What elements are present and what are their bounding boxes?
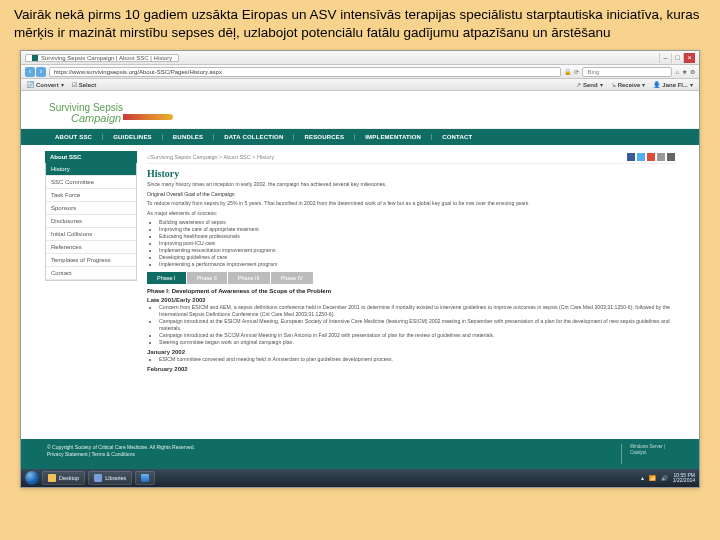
- sidebar-item[interactable]: Initial Collisions: [46, 228, 136, 241]
- browser-window: Surviving Sepsis Campaign | About SSC | …: [20, 50, 700, 488]
- list-item: ESICM committee convened and meeting hel…: [159, 356, 675, 363]
- select-button[interactable]: ☑ Select: [72, 81, 97, 88]
- search-input[interactable]: Bing: [582, 67, 672, 77]
- send-button[interactable]: ↗ Send ▾: [576, 81, 603, 88]
- twitter-icon[interactable]: [637, 153, 645, 161]
- back-button[interactable]: ‹: [25, 67, 35, 77]
- section-date: February 2002: [147, 366, 675, 372]
- maximize-button[interactable]: □: [671, 53, 683, 63]
- nav-item[interactable]: RESOURCES: [294, 134, 355, 140]
- system-tray: ▴ 📶 🔊 10:55 PM1/22/2014: [641, 473, 695, 484]
- home-icon[interactable]: ⌂: [675, 69, 679, 75]
- start-button[interactable]: [25, 471, 39, 485]
- lib-icon: [94, 474, 102, 482]
- receive-button[interactable]: ↘ Receive ▾: [611, 81, 646, 88]
- subtext: To reduce mortality from sepsis by 25% i…: [147, 200, 675, 207]
- gear-icon[interactable]: ⚙: [690, 68, 695, 75]
- section-date: January 2002: [147, 349, 675, 355]
- subheading: Original Overall Goal of the Campaign: [147, 191, 675, 198]
- main-content: ⌂ Surviving Sepsis Campaign > About SSC …: [147, 151, 675, 433]
- clock[interactable]: 10:55 PM1/22/2014: [673, 473, 695, 484]
- sidebar-item[interactable]: Contact: [46, 267, 136, 280]
- sidebar-item[interactable]: SSC Committee: [46, 176, 136, 189]
- phase-tab[interactable]: Phase II: [187, 272, 228, 284]
- network-icon[interactable]: 📶: [649, 475, 656, 481]
- footer-links[interactable]: Privacy Statement | Terms & Conditions: [47, 451, 591, 458]
- forward-button[interactable]: ›: [36, 67, 46, 77]
- phase-tab[interactable]: Phase IV: [271, 272, 314, 284]
- volume-icon[interactable]: 🔊: [661, 475, 668, 481]
- lead-text: Since many history times an inception in…: [147, 181, 675, 188]
- nav-item[interactable]: CONTACT: [432, 134, 482, 140]
- windows-taskbar: DesktopLibraries ▴ 📶 🔊 10:55 PM1/22/2014: [21, 469, 699, 487]
- refresh-icon[interactable]: ⟳: [574, 68, 579, 75]
- list-item: Improving the care of appropriate treatm…: [159, 226, 675, 233]
- section-date: Late 2001/Early 2002: [147, 297, 675, 303]
- logo-swoosh-icon: [123, 106, 183, 124]
- phase-tab[interactable]: Phase I: [147, 272, 187, 284]
- window-titlebar: Surviving Sepsis Campaign | About SSC | …: [21, 51, 699, 65]
- url-input[interactable]: https://www.survivingsepsis.org/About-SS…: [49, 67, 561, 77]
- tray-chevron-icon[interactable]: ▴: [641, 475, 644, 481]
- nav-item[interactable]: GUIDELINES: [103, 134, 163, 140]
- breadcrumb: ⌂ Surviving Sepsis Campaign > About SSC …: [147, 151, 675, 164]
- favicon-icon: [32, 55, 38, 61]
- taskbar-item[interactable]: Libraries: [88, 471, 132, 485]
- nav-item[interactable]: DATA COLLECTION: [214, 134, 294, 140]
- close-button[interactable]: ×: [683, 53, 695, 63]
- list-item: Educating healthcare professionals: [159, 233, 675, 240]
- list-item: Developing guidelines of care: [159, 254, 675, 261]
- site-footer: © Copyright Society of Critical Care Med…: [21, 439, 699, 469]
- favorites-icon[interactable]: ★: [682, 68, 687, 75]
- sidebar-heading: About SSC: [45, 151, 137, 163]
- site-logo[interactable]: Surviving Sepsis Campaign: [49, 103, 123, 124]
- sidebar-item[interactable]: History: [46, 163, 136, 176]
- facebook-icon[interactable]: [627, 153, 635, 161]
- list-item: Steering committee began work on origina…: [159, 339, 675, 346]
- list-item: Building awareness of sepsis: [159, 219, 675, 226]
- list-item: Campaign introduced at the SCCM Annual M…: [159, 332, 675, 339]
- social-icons: [627, 153, 675, 161]
- footer-badge: Windows Server | Catalyst: [621, 444, 673, 464]
- minimize-button[interactable]: –: [659, 53, 671, 63]
- slide-caption: Vairāk nekā pirms 10 gadiem uzsākta Eiro…: [0, 0, 720, 50]
- sidebar-item[interactable]: Templates of Progress: [46, 254, 136, 267]
- phase-heading: Phase I: Development of Awareness of the…: [147, 288, 675, 294]
- page-title: History: [147, 168, 675, 179]
- user-menu[interactable]: 👤 Jane Fl... ▾: [653, 81, 693, 88]
- nav-item[interactable]: BUNDLES: [163, 134, 214, 140]
- list-item: Improving post-ICU care: [159, 240, 675, 247]
- page-content: Surviving Sepsis Campaign ABOUT SSCGUIDE…: [21, 91, 699, 469]
- taskbar-item[interactable]: Desktop: [42, 471, 85, 485]
- window-controls: – □ ×: [659, 53, 695, 63]
- list-item: Concern from ESICM and AEM, a sepsis def…: [159, 304, 675, 318]
- list-item: Implementing a performance improvement p…: [159, 261, 675, 268]
- ie-icon: [141, 474, 149, 482]
- print-icon[interactable]: [667, 153, 675, 161]
- sidebar: About SSC HistorySSC CommitteeTask Force…: [45, 151, 137, 433]
- tab-title: Surviving Sepsis Campaign | About SSC | …: [41, 55, 172, 61]
- list-item: Campaign introduced at the ESICM Annual …: [159, 318, 675, 332]
- nav-item[interactable]: IMPLEMENTATION: [355, 134, 432, 140]
- address-bar: ‹ › https://www.survivingsepsis.org/Abou…: [21, 65, 699, 79]
- copyright: © Copyright Society of Critical Care Med…: [47, 444, 591, 451]
- phase-tab[interactable]: Phase III: [228, 272, 271, 284]
- main-nav: ABOUT SSCGUIDELINESBUNDLESDATA COLLECTIO…: [21, 129, 699, 145]
- taskbar-item[interactable]: [135, 471, 155, 485]
- google-icon[interactable]: [647, 153, 655, 161]
- sidebar-item[interactable]: Disclosures: [46, 215, 136, 228]
- nav-item[interactable]: ABOUT SSC: [45, 134, 103, 140]
- fold-icon: [48, 474, 56, 482]
- sidebar-item[interactable]: Sponsors: [46, 202, 136, 215]
- convert-button[interactable]: 🔄 Convert ▾: [27, 81, 64, 88]
- bullets-head: As major elements of success:: [147, 210, 675, 217]
- list-item: Implementing resuscitation improvement p…: [159, 247, 675, 254]
- mail-icon[interactable]: [657, 153, 665, 161]
- plugin-toolbar: 🔄 Convert ▾ ☑ Select ↗ Send ▾ ↘ Receive …: [21, 79, 699, 91]
- site-banner: Surviving Sepsis Campaign: [21, 91, 699, 129]
- phase-tabs: Phase IPhase IIPhase IIIPhase IV: [147, 272, 675, 284]
- lock-icon: 🔒: [564, 68, 571, 75]
- sidebar-item[interactable]: Task Force: [46, 189, 136, 202]
- sidebar-item[interactable]: References: [46, 241, 136, 254]
- browser-tab[interactable]: Surviving Sepsis Campaign | About SSC | …: [25, 54, 179, 62]
